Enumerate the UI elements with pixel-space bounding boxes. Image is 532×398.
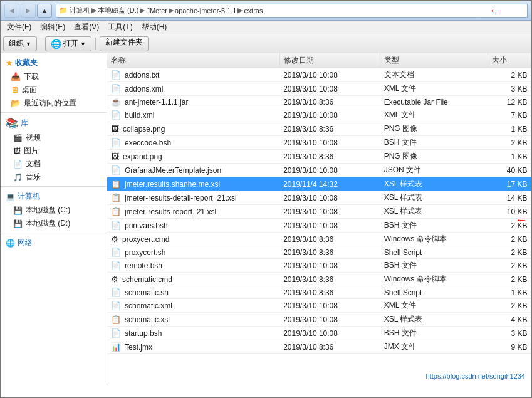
sidebar-item-desktop[interactable]: 🖥 桌面 bbox=[1, 83, 107, 97]
table-row[interactable]: 📄 GrafanaJMeterTemplate.json 2019/3/10 1… bbox=[107, 164, 531, 177]
file-type: XSL 样式表 bbox=[380, 205, 488, 219]
file-icon: ☕ bbox=[111, 97, 121, 107]
table-row[interactable]: 📄 remote.bsh 2019/3/10 10:08 BSH 文件 2 KB bbox=[107, 259, 531, 273]
table-row[interactable]: 📋 jmeter.results.shanhe.me.xsl 2019/11/4… bbox=[107, 177, 531, 191]
downloads-label: 下载 bbox=[24, 71, 39, 82]
address-bar[interactable]: 📁 计算机 ▶ 本地磁盘 (D:) ▶ JMeter ▶ apache-jmet… bbox=[56, 4, 528, 18]
table-row[interactable]: 📄 proxycert.sh 2019/3/10 8:36 Shell Scri… bbox=[107, 246, 531, 259]
table-row[interactable]: 📋 jmeter-results-detail-report_21.xsl 20… bbox=[107, 191, 531, 205]
file-type: XSL 样式表 bbox=[380, 313, 488, 327]
forward-button[interactable]: ▶ bbox=[21, 4, 36, 18]
col-header-size[interactable]: 大小 bbox=[488, 53, 531, 68]
table-row[interactable]: 📋 schematic.xsl 2019/3/10 10:08 XSL 样式表 … bbox=[107, 313, 531, 327]
table-row[interactable]: 📄 execcode.bsh 2019/3/10 10:08 BSH 文件 2 … bbox=[107, 136, 531, 150]
documents-icon: 📄 bbox=[13, 160, 23, 169]
sidebar-favorites-header[interactable]: ★ 收藏夹 bbox=[1, 56, 107, 70]
sidebar-network-header[interactable]: 🌐 网络 bbox=[1, 236, 107, 250]
sidebar: ★ 收藏夹 📥 下载 🖥 桌面 📂 最近访问的位置 bbox=[1, 53, 107, 385]
file-area[interactable]: 名称 修改日期 类型 大小 📄 addons.txt 2019/3/10 10:… bbox=[107, 53, 531, 385]
col-header-type[interactable]: 类型 bbox=[380, 53, 488, 68]
sidebar-divider2 bbox=[1, 186, 107, 187]
table-row[interactable]: 🖼 collapse.png 2019/3/10 8:36 PNG 图像 1 K… bbox=[107, 122, 531, 136]
file-icon: 🖼 bbox=[111, 124, 119, 134]
col-header-name[interactable]: 名称 bbox=[107, 53, 279, 68]
file-name-cell: 📄 addons.xml bbox=[107, 82, 279, 96]
table-row[interactable]: 📄 build.xml 2019/3/10 10:08 XML 文件 7 KB bbox=[107, 108, 531, 122]
file-size: 3 KB bbox=[488, 82, 531, 96]
table-row[interactable]: 📄 printvars.bsh 2019/3/10 10:08 BSH 文件 2… bbox=[107, 219, 531, 233]
file-icon: 📄 bbox=[111, 110, 121, 120]
table-row[interactable]: 📊 Test.jmx 2019/3/10 8:36 JMX 文件 9 KB bbox=[107, 340, 531, 354]
file-name-cell: 📄 schematic.sh bbox=[107, 286, 279, 299]
file-type: PNG 图像 bbox=[380, 122, 488, 136]
file-icon: 📄 bbox=[111, 84, 121, 93]
back-button[interactable]: ◀ bbox=[4, 4, 19, 18]
menu-tools[interactable]: 工具(T) bbox=[104, 21, 136, 34]
table-row[interactable]: ⚙ schematic.cmd 2019/3/10 8:36 Windows 命… bbox=[107, 273, 531, 286]
file-date: 2019/3/10 8:36 bbox=[279, 233, 380, 246]
file-date: 2019/3/10 8:36 bbox=[279, 273, 380, 286]
open-button[interactable]: 🌐 打开 ▼ bbox=[45, 36, 91, 51]
table-row[interactable]: 📄 addons.xml 2019/3/10 10:08 XML 文件 3 KB bbox=[107, 82, 531, 96]
table-row[interactable]: 🖼 expand.png 2019/3/10 8:36 PNG 图像 1 KB bbox=[107, 150, 531, 164]
table-row[interactable]: 📄 startup.bsh 2019/3/10 10:08 BSH 文件 3 K… bbox=[107, 327, 531, 340]
music-label: 音乐 bbox=[26, 172, 41, 182]
file-name: jmeter-results-report_21.xsl bbox=[125, 207, 216, 216]
file-name: proxycert.sh bbox=[125, 248, 165, 257]
file-name: addons.xml bbox=[125, 85, 163, 93]
title-bar: ◀ ▶ ▲ 📁 计算机 ▶ 本地磁盘 (D:) ▶ JMeter ▶ apach… bbox=[1, 1, 531, 21]
sidebar-library-header[interactable]: 📚 库 bbox=[1, 115, 107, 131]
up-button[interactable]: ▲ bbox=[37, 4, 52, 18]
sidebar-item-documents[interactable]: 📄 文档 bbox=[1, 157, 107, 170]
file-date: 2019/3/10 10:08 bbox=[279, 219, 380, 233]
file-name-cell: 📄 build.xml bbox=[107, 108, 279, 122]
sidebar-item-music[interactable]: 🎵 音乐 bbox=[1, 170, 107, 184]
sidebar-item-pictures[interactable]: 🖼 图片 bbox=[1, 144, 107, 157]
file-size: 2 KB bbox=[488, 246, 531, 259]
table-row[interactable]: 📄 schematic.xml 2019/3/10 10:08 XML 文件 2… bbox=[107, 299, 531, 313]
file-icon: 📄 bbox=[111, 328, 121, 338]
file-name: jmeter.results.shanhe.me.xsl bbox=[125, 180, 220, 189]
sidebar-item-drive-d[interactable]: 💾 本地磁盘 (D:) bbox=[1, 217, 107, 230]
file-name: Test.jmx bbox=[125, 343, 152, 352]
file-name-cell: 📄 execcode.bsh bbox=[107, 136, 279, 150]
file-type: BSH 文件 bbox=[380, 327, 488, 340]
sidebar-item-drive-c[interactable]: 💾 本地磁盘 (C:) bbox=[1, 204, 107, 217]
file-icon: 📄 bbox=[111, 248, 121, 257]
sidebar-item-recent[interactable]: 📂 最近访问的位置 bbox=[1, 97, 107, 110]
file-name-cell: 📄 remote.bsh bbox=[107, 259, 279, 273]
file-date: 2019/3/10 10:08 bbox=[279, 68, 380, 82]
sidebar-computer-header[interactable]: 💻 计算机 bbox=[1, 189, 107, 204]
address-part: 计算机 bbox=[70, 6, 90, 15]
open-dropdown-icon: ▼ bbox=[80, 41, 86, 47]
file-date: 2019/3/10 8:36 bbox=[279, 340, 380, 354]
table-row[interactable]: ⚙ proxycert.cmd 2019/3/10 8:36 Windows 命… bbox=[107, 233, 531, 246]
table-row[interactable]: 📄 addons.txt 2019/3/10 10:08 文本文档 2 KB bbox=[107, 68, 531, 82]
table-row[interactable]: 📋 jmeter-results-report_21.xsl 2019/3/10… bbox=[107, 205, 531, 219]
file-icon: 📄 bbox=[111, 165, 121, 175]
sidebar-item-video[interactable]: 🎬 视频 bbox=[1, 131, 107, 144]
menu-help[interactable]: 帮助(H) bbox=[138, 21, 171, 34]
menu-view[interactable]: 查看(V) bbox=[70, 21, 103, 34]
file-size: 10 KB bbox=[488, 205, 531, 219]
organize-button[interactable]: 组织 ▼ bbox=[3, 36, 37, 51]
table-row[interactable]: ☕ ant-jmeter-1.1.1.jar 2019/3/10 8:36 Ex… bbox=[107, 96, 531, 108]
sidebar-item-downloads[interactable]: 📥 下载 bbox=[1, 70, 107, 83]
new-folder-button[interactable]: 新建文件夹 bbox=[100, 36, 149, 51]
nav-buttons: ◀ ▶ ▲ bbox=[4, 4, 52, 18]
toolbar: 组织 ▼ 🌐 打开 ▼ 新建文件夹 bbox=[1, 34, 531, 53]
file-name-cell: 📄 schematic.xml bbox=[107, 299, 279, 313]
col-header-date[interactable]: 修改日期 bbox=[279, 53, 380, 68]
file-icon: 🖼 bbox=[111, 152, 119, 161]
menu-file[interactable]: 文件(F) bbox=[3, 21, 35, 34]
library-label: 库 bbox=[21, 118, 28, 128]
file-name: jmeter-results-detail-report_21.xsl bbox=[125, 194, 237, 202]
menu-edit[interactable]: 编辑(E) bbox=[36, 21, 69, 34]
music-icon: 🎵 bbox=[13, 173, 23, 182]
sidebar-network-section: 🌐 网络 bbox=[1, 236, 107, 250]
file-name: schematic.xml bbox=[125, 301, 172, 310]
table-row[interactable]: 📄 schematic.sh 2019/3/10 8:36 Shell Scri… bbox=[107, 286, 531, 299]
file-date: 2019/3/10 8:36 bbox=[279, 122, 380, 136]
address-part: 本地磁盘 (D:) bbox=[98, 6, 138, 15]
file-type: BSH 文件 bbox=[380, 259, 488, 273]
